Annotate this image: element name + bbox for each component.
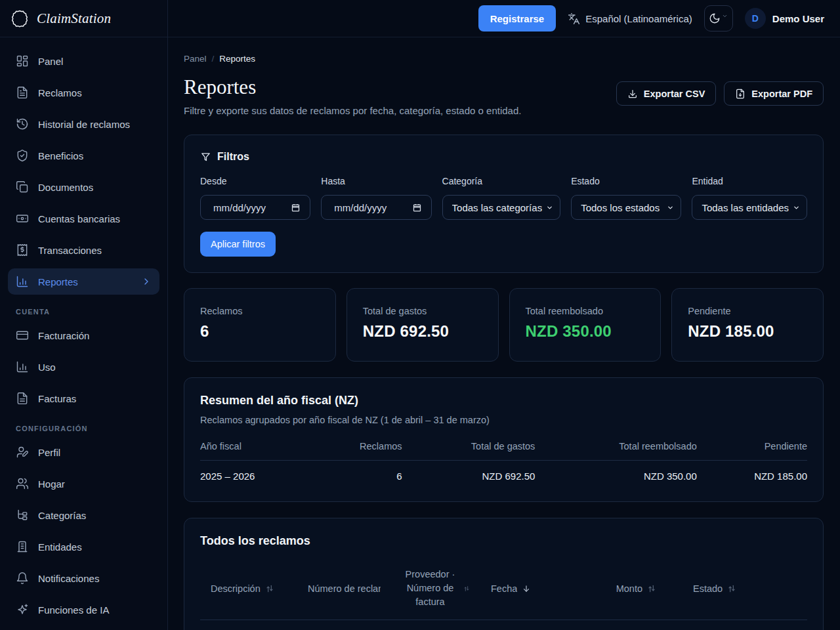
- sidebar-item-cuentas-bancarias[interactable]: Cuentas bancarias: [8, 205, 159, 232]
- signup-button[interactable]: Registrarse: [478, 5, 556, 32]
- sidebar-item-historial[interactable]: Historial de reclamos: [8, 111, 159, 137]
- sidebar-item-label: Entidades: [38, 541, 82, 553]
- fiscal-title: Resumen del año fiscal (NZ): [200, 394, 807, 408]
- theme-toggle-button[interactable]: [704, 5, 733, 32]
- sort-icon[interactable]: [647, 584, 656, 593]
- category-select[interactable]: Todas las categorías: [442, 195, 561, 220]
- sidebar-item-perfil[interactable]: Perfil: [8, 439, 159, 465]
- sidebar-item-hogar[interactable]: Hogar: [8, 471, 159, 497]
- fiscal-col-reimbursed: Total reembolsado: [535, 441, 696, 461]
- sidebar-section-cuenta: CUENTA: [0, 300, 167, 322]
- date-to-input[interactable]: mm/dd/yyyy: [321, 195, 431, 220]
- fiscal-spend-cell: NZD 692.50: [402, 461, 536, 486]
- export-pdf-button[interactable]: Exportar PDF: [724, 81, 824, 106]
- sidebar-item-funciones-ia[interactable]: Funciones de IA: [8, 597, 159, 623]
- breadcrumb-separator: /: [212, 54, 215, 64]
- building-icon: [16, 540, 29, 553]
- fiscal-header-row: Año fiscal Reclamos Total de gastos Tota…: [200, 441, 807, 461]
- stat-label: Reclamos: [200, 306, 320, 316]
- translate-icon: [568, 12, 580, 25]
- sidebar: ClaimStation Panel Reclamos Historial de…: [0, 0, 168, 630]
- stat-card-reimbursed: Total reembolsado NZD 350.00: [509, 288, 662, 362]
- breadcrumb-panel[interactable]: Panel: [184, 54, 207, 64]
- col-label: Monto: [616, 583, 642, 594]
- from-label: Desde: [200, 176, 310, 186]
- date-from-value: mm/dd/yyyy: [213, 202, 266, 213]
- claims-col-description[interactable]: Descripción: [200, 557, 297, 620]
- sidebar-item-label: Panel: [38, 56, 63, 67]
- sidebar-item-beneficios[interactable]: Beneficios: [8, 142, 159, 169]
- sidebar-item-facturacion[interactable]: Facturación: [8, 322, 159, 348]
- claims-col-amount[interactable]: Monto: [588, 557, 667, 620]
- language-switcher[interactable]: Español (Latinoamérica): [568, 12, 692, 25]
- sort-desc-icon[interactable]: [522, 584, 531, 593]
- sidebar-item-notificaciones[interactable]: Notificaciones: [8, 565, 159, 591]
- fiscal-summary-card: Resumen del año fiscal (NZ) Reclamos agr…: [184, 377, 824, 502]
- credit-card-icon: [16, 329, 29, 342]
- history-icon: [16, 117, 29, 131]
- sort-icon[interactable]: [727, 584, 736, 593]
- claims-col-claim-number[interactable]: Número de reclamo: [297, 557, 391, 620]
- to-label: Hasta: [321, 176, 431, 186]
- avatar: D: [745, 8, 766, 29]
- calendar-icon[interactable]: [291, 203, 301, 213]
- page-title: Reportes: [184, 76, 521, 98]
- col-label: Descripción: [211, 583, 261, 594]
- sidebar-item-label: Categorías: [38, 510, 86, 521]
- claims-col-date[interactable]: Fecha: [480, 557, 588, 620]
- sort-icon[interactable]: [265, 584, 274, 593]
- chevron-right-icon: [141, 276, 152, 287]
- category-label: Categoría: [442, 176, 561, 186]
- fiscal-claims-cell: 6: [314, 461, 402, 486]
- brand-logo[interactable]: ClaimStation: [0, 0, 167, 37]
- sidebar-item-entidades[interactable]: Entidades: [8, 534, 159, 560]
- empty-cell: [297, 620, 391, 630]
- sidebar-item-panel[interactable]: Panel: [8, 48, 159, 74]
- stat-label: Pendiente: [688, 306, 807, 316]
- sidebar-item-transacciones[interactable]: Transacciones: [8, 237, 159, 263]
- entity-select[interactable]: Todas las entidades: [692, 195, 807, 220]
- stat-card-claims: Reclamos 6: [184, 288, 336, 362]
- amount-filter-cell: [588, 620, 667, 630]
- export-csv-button[interactable]: Exportar CSV: [616, 81, 716, 106]
- sidebar-item-reclamos[interactable]: Reclamos: [8, 79, 159, 106]
- brand-seal-icon: [10, 9, 29, 28]
- sidebar-nav: Panel Reclamos Historial de reclamos Ben…: [0, 37, 167, 628]
- col-label: Proveedor · Número de factura: [402, 568, 459, 609]
- stats-row: Reclamos 6 Total de gastos NZD 692.50 To…: [184, 288, 824, 362]
- invoice-icon: [16, 392, 29, 405]
- category-selected-value: Todas las categorías: [452, 202, 543, 213]
- sidebar-item-uso[interactable]: Uso: [8, 354, 159, 380]
- sidebar-item-documentos[interactable]: Documentos: [8, 174, 159, 200]
- bar-chart-icon: [16, 275, 29, 288]
- download-icon: [627, 89, 638, 99]
- filters-card: Filtros Desde mm/dd/yyyy Hasta mm/dd/yyy…: [184, 135, 824, 273]
- sidebar-item-categorias[interactable]: Categorías: [8, 502, 159, 528]
- sidebar-item-label: Facturación: [38, 330, 89, 341]
- claims-col-status[interactable]: Estado: [667, 557, 807, 620]
- filters-header: Filtros: [200, 151, 807, 163]
- filter-field-category: Categoría Todas las categorías: [442, 176, 561, 220]
- sidebar-item-label: Documentos: [38, 182, 93, 193]
- tree-icon: [16, 509, 29, 522]
- apply-filters-button[interactable]: Aplicar filtros: [200, 232, 276, 257]
- bell-icon: [16, 572, 29, 585]
- users-icon: [16, 477, 29, 490]
- empty-cell: [667, 620, 807, 630]
- sidebar-item-facturas[interactable]: Facturas: [8, 385, 159, 411]
- date-from-input[interactable]: mm/dd/yyyy: [200, 195, 310, 220]
- status-select[interactable]: Todos los estados: [571, 195, 681, 220]
- col-label: Estado: [693, 583, 723, 594]
- sidebar-item-label: Hogar: [38, 478, 65, 490]
- sidebar-item-label: Perfil: [38, 447, 60, 458]
- claims-col-provider[interactable]: Proveedor · Número de factura: [391, 557, 480, 620]
- sort-icon[interactable]: [463, 585, 470, 592]
- chevron-down-icon: [793, 204, 800, 211]
- sidebar-item-label: Transacciones: [38, 245, 102, 256]
- user-menu[interactable]: D Demo User: [745, 8, 824, 29]
- sidebar-item-label: Funciones de IA: [38, 604, 109, 616]
- sidebar-item-label: Cuentas bancarias: [38, 213, 120, 224]
- calendar-icon[interactable]: [412, 203, 422, 213]
- col-label: Número de reclamo: [308, 583, 381, 594]
- sidebar-item-reportes[interactable]: Reportes: [8, 268, 159, 295]
